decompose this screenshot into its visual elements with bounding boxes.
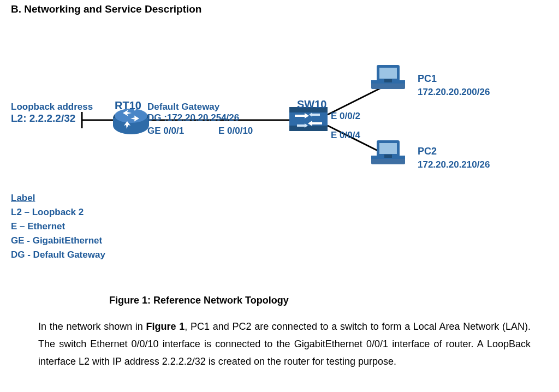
switch-name: SW10	[297, 98, 326, 111]
legend-line-4: DG - Default Gateway	[11, 250, 105, 260]
dg-label: Default Gateway	[147, 102, 219, 112]
legend-block: Label L2 – Loopback 2 E – Ethernet GE - …	[11, 191, 105, 262]
legend-line-3: GE - GigabitEthernet	[11, 235, 102, 246]
svg-rect-13	[379, 68, 397, 79]
svg-rect-11	[289, 126, 328, 131]
figure-caption: Figure 1: Reference Network Topology	[109, 295, 289, 306]
pc1-name: PC1	[418, 73, 437, 84]
switch-port-pc2: E 0/0/4	[331, 130, 360, 140]
switch-ports-block: E 0/0/2 E 0/0/4	[331, 106, 360, 145]
legend-line-1: L2 – Loopback 2	[11, 207, 84, 217]
description-paragraph: In the network shown in Figure 1, PC1 an…	[38, 318, 531, 370]
pc1-block: PC1 172.20.20.200/26	[418, 72, 490, 99]
pc2-name: PC2	[418, 146, 437, 157]
legend-line-2: E – Ethernet	[11, 221, 65, 231]
svg-rect-18	[379, 143, 397, 154]
router-name: RT10	[115, 99, 141, 112]
figure-number: Figure 1	[109, 295, 147, 306]
loopback-label-block: Loopback address L2: 2.2.2.2/32	[11, 102, 93, 124]
default-gateway-block: Default Gateway DG :172.20.20.254/26	[147, 102, 239, 123]
pc1-icon	[371, 65, 405, 89]
loopback-value: L2: 2.2.2.2/32	[11, 112, 75, 124]
dg-value: DG :172.20.20.254/26	[147, 112, 239, 123]
pc2-block: PC2 172.20.20.210/26	[418, 145, 490, 171]
figure-title: : Reference Network Topology	[147, 295, 289, 306]
para-figure-ref: Figure 1	[146, 321, 185, 332]
ge-port-label: GE 0/0/1	[147, 126, 184, 136]
pc2-icon	[371, 140, 405, 164]
legend-heading: Label	[11, 193, 35, 203]
pc2-ip: 172.20.20.210/26	[418, 159, 490, 170]
switch-port-pc1: E 0/0/2	[331, 111, 360, 121]
para-part1: In the network shown in	[38, 321, 146, 332]
loopback-label: Loopback address	[11, 102, 93, 112]
svg-rect-16	[384, 79, 392, 82]
switch-uplink-port-label: E 0/0/10	[218, 126, 253, 136]
svg-rect-21	[384, 155, 392, 158]
pc1-ip: 172.20.20.200/26	[418, 87, 490, 97]
